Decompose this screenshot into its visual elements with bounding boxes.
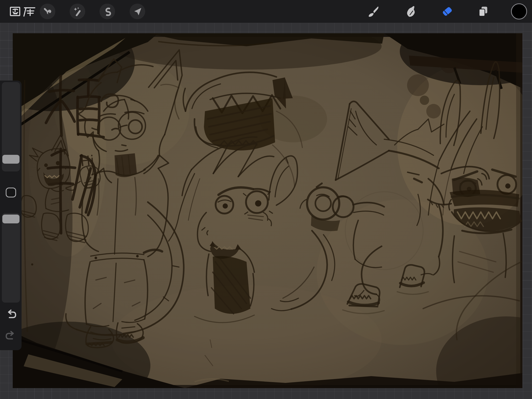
layers-icon	[478, 6, 489, 17]
smudge-tool-button[interactable]	[403, 4, 418, 19]
undo-button[interactable]	[5, 309, 17, 321]
gallery-cjk-glyphs	[9, 6, 38, 17]
modify-button[interactable]	[6, 188, 16, 197]
opacity-slider[interactable]	[2, 213, 20, 303]
brush-icon	[368, 6, 379, 17]
s-ribbon-icon	[103, 7, 112, 16]
color-swatch-button[interactable]	[511, 3, 527, 19]
smudge-finger-icon	[405, 6, 416, 17]
undo-icon	[5, 309, 17, 321]
brush-size-handle[interactable]	[2, 155, 19, 164]
redo-button[interactable]	[5, 330, 17, 342]
magic-wand-icon	[73, 7, 82, 16]
actions-button[interactable]	[40, 4, 55, 19]
top-toolbar	[0, 0, 532, 23]
selection-button[interactable]	[99, 4, 115, 19]
drawing-canvas[interactable]: Hi	[13, 33, 522, 388]
transform-button[interactable]	[130, 4, 145, 19]
eraser-icon	[441, 5, 453, 17]
paint-tool-button[interactable]	[365, 4, 381, 19]
brush-sidebar	[0, 81, 22, 350]
cursor-arrow-icon	[133, 7, 142, 16]
procreate-app-window: Hi	[0, 0, 532, 399]
gallery-button[interactable]	[9, 6, 41, 17]
brush-size-slider[interactable]	[2, 82, 20, 171]
canvas-artwork: Hi	[13, 33, 522, 388]
layers-button[interactable]	[476, 4, 491, 19]
opacity-handle[interactable]	[2, 215, 19, 223]
erase-tool-button[interactable]	[440, 4, 455, 19]
redo-icon	[5, 330, 17, 342]
adjustments-button[interactable]	[70, 4, 85, 19]
wrench-icon	[43, 7, 52, 16]
